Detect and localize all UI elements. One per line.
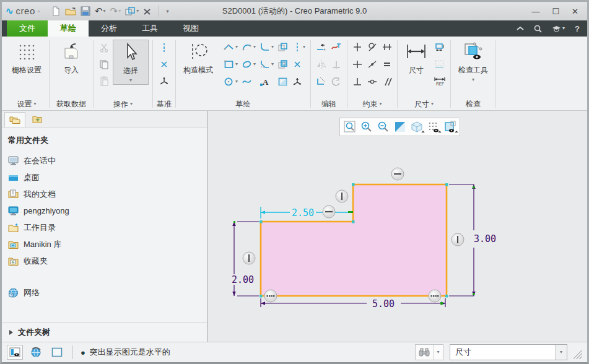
- point-tool-button[interactable]: [291, 57, 307, 72]
- midpoint-constraint-button[interactable]: [366, 57, 378, 72]
- sketch-canvas[interactable]: 2.00 5.00 3.00: [208, 111, 587, 342]
- thicken-tool-button[interactable]: [276, 57, 290, 72]
- fullscreen-button[interactable]: [49, 345, 65, 360]
- centerline-dropdown-icon[interactable]: ▾: [303, 45, 305, 50]
- folder-tree-bar[interactable]: 文件夹树: [2, 322, 207, 342]
- dimension-bottom[interactable]: 5.00: [261, 298, 445, 310]
- close-window-button[interactable]: [143, 7, 152, 15]
- chamfer-tool-button[interactable]: ▾: [258, 57, 275, 72]
- settings-group-label[interactable]: 设置▾: [8, 98, 45, 110]
- copy-button[interactable]: [97, 58, 111, 71]
- constraint-coincident-bottom-right[interactable]: [429, 290, 441, 302]
- parallel-constraint-button[interactable]: [381, 74, 393, 89]
- inspect-tool-button[interactable]: 检查工具 ▾: [455, 40, 492, 84]
- tab-tools[interactable]: 工具: [129, 20, 170, 37]
- import-button[interactable]: 导入: [53, 40, 89, 77]
- paste-button[interactable]: [97, 74, 111, 88]
- undo-dropdown-icon[interactable]: ▾: [103, 9, 106, 14]
- find-dropdown-icon[interactable]: ▾: [433, 345, 443, 360]
- tab-file[interactable]: 文件: [7, 20, 48, 37]
- select-dropdown-icon[interactable]: ▾: [129, 78, 132, 83]
- dimension-button[interactable]: 尺寸: [401, 40, 431, 77]
- resize-grip[interactable]: [574, 350, 582, 359]
- dimension-group-label[interactable]: 尺寸▾: [401, 98, 447, 110]
- perimeter-dimension-button[interactable]: [433, 41, 447, 54]
- web-browser-button[interactable]: [28, 345, 44, 360]
- centerline-tool-button[interactable]: ▾: [291, 40, 307, 54]
- minimize-button[interactable]: —: [531, 7, 539, 15]
- fillet-dropdown-icon[interactable]: ▾: [271, 45, 274, 50]
- constraint-coincident-bottom-left[interactable]: [264, 290, 277, 302]
- datum-csys-button[interactable]: [157, 74, 171, 88]
- mirror-button[interactable]: [315, 57, 328, 72]
- spline-tool-button[interactable]: [240, 74, 257, 89]
- rotate-resize-button[interactable]: [329, 74, 343, 89]
- datum-point-button[interactable]: [157, 58, 171, 71]
- sidebar-item-desktop[interactable]: 桌面: [8, 169, 201, 186]
- regenerate-dropdown-icon[interactable]: ▾: [136, 9, 139, 14]
- operations-group-label[interactable]: 操作▾: [97, 98, 149, 110]
- qat-customize-icon[interactable]: ▾: [166, 9, 169, 14]
- inspect-dropdown-icon[interactable]: ▾: [472, 77, 474, 82]
- help-icon[interactable]: ?: [575, 24, 580, 33]
- constraint-vertical-left[interactable]: [243, 252, 255, 264]
- horizontal-constraint-button[interactable]: [351, 57, 364, 72]
- undo-button[interactable]: ↶▾: [95, 6, 106, 17]
- selection-filter-combo[interactable]: 尺寸 ▾: [450, 344, 567, 360]
- arc-dropdown-icon[interactable]: ▾: [253, 45, 256, 50]
- line-tool-button[interactable]: ▾: [222, 40, 239, 54]
- symmetric-constraint-button[interactable]: [381, 40, 393, 54]
- construction-mode-button[interactable]: 构造模式: [180, 40, 217, 77]
- tab-sketch[interactable]: 草绘: [48, 20, 89, 37]
- divide-button[interactable]: [329, 57, 343, 72]
- grid-settings-button[interactable]: 栅格设置: [8, 40, 45, 77]
- redo-dropdown-icon[interactable]: ▾: [118, 9, 121, 14]
- favorites-tab[interactable]: ✳: [27, 112, 48, 127]
- select-button[interactable]: 选择 ▾: [113, 40, 149, 85]
- constraint-horizontal-step[interactable]: [323, 206, 335, 218]
- perpendicular-constraint-button[interactable]: [351, 74, 364, 89]
- redo-button[interactable]: ↷▾: [110, 6, 121, 17]
- search-icon[interactable]: [534, 25, 542, 33]
- selection-filter-dropdown-icon[interactable]: ▾: [555, 345, 567, 360]
- modify-button[interactable]: [315, 40, 328, 54]
- save-button[interactable]: [81, 6, 90, 16]
- constraint-vertical-step[interactable]: [336, 190, 348, 202]
- sidebar-item-in-session[interactable]: 在会话中: [8, 152, 201, 169]
- vertical-constraint-button[interactable]: [351, 40, 364, 54]
- chamfer-dropdown-icon[interactable]: ▾: [271, 62, 274, 67]
- find-button[interactable]: [416, 345, 433, 360]
- reference-dimension-button[interactable]: REF: [433, 74, 447, 88]
- sidebar-item-network[interactable]: 网络: [8, 284, 201, 301]
- constraint-vertical-right[interactable]: [452, 233, 464, 246]
- delete-segment-button[interactable]: [329, 40, 343, 54]
- ellipse-dropdown-icon[interactable]: ▾: [253, 62, 256, 67]
- circle-tool-button[interactable]: ▾: [222, 74, 239, 89]
- arc-tool-button[interactable]: ▾: [240, 40, 257, 54]
- close-button[interactable]: ✕: [572, 7, 578, 15]
- coincident-constraint-button[interactable]: [366, 74, 378, 89]
- dimension-step-selected[interactable]: 2.50: [261, 207, 353, 219]
- palette-tool-button[interactable]: [276, 74, 290, 89]
- tab-view[interactable]: 视图: [170, 20, 211, 37]
- learning-center-icon[interactable]: ▾: [552, 25, 565, 32]
- cut-button[interactable]: [97, 41, 111, 54]
- line-dropdown-icon[interactable]: ▾: [235, 45, 238, 50]
- constraint-horizontal-top[interactable]: [391, 168, 404, 180]
- rectangle-tool-button[interactable]: ▾: [222, 57, 239, 72]
- sidebar-item-working-directory[interactable]: ✦ 工作目录: [8, 219, 201, 236]
- sidebar-item-favorites[interactable]: ✳ 收藏夹: [8, 253, 201, 269]
- sketch-section[interactable]: [261, 184, 447, 296]
- sidebar-item-computer[interactable]: pengzhiyong: [8, 202, 201, 219]
- sidebar-item-my-documents[interactable]: 我的文档: [8, 186, 201, 202]
- open-file-button[interactable]: [65, 6, 76, 16]
- maximize-button[interactable]: ☐: [552, 7, 559, 15]
- equal-constraint-button[interactable]: [381, 57, 393, 72]
- collapse-ribbon-icon[interactable]: [517, 26, 524, 31]
- navigator-toggle-button[interactable]: [7, 345, 23, 360]
- corner-button[interactable]: [315, 74, 328, 89]
- text-tool-button[interactable]: A: [258, 74, 275, 89]
- circle-dropdown-icon[interactable]: ▾: [235, 79, 238, 84]
- regenerate-button[interactable]: ▾: [125, 7, 139, 16]
- tab-analysis[interactable]: 分析: [89, 20, 129, 37]
